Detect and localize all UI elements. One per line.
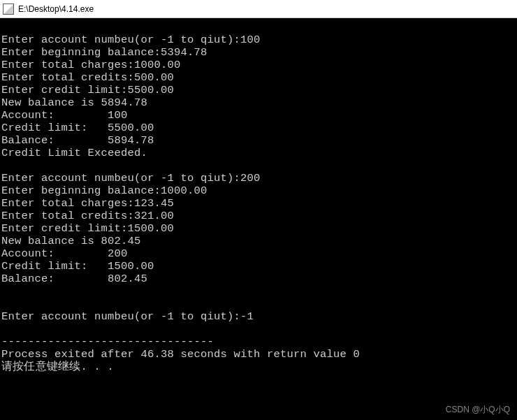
watermark: CSDN @小Q小Q (446, 404, 510, 416)
console-line: Enter total credits:500.00 (1, 71, 174, 84)
console-line: Account: 200 (1, 247, 128, 260)
console-line: Enter total charges:1000.00 (1, 59, 181, 71)
window-title: E:\Desktop\4.14.exe (18, 4, 94, 14)
console-line: Enter total credits:321.00 (1, 210, 174, 222)
console-line: New balance is 5894.78 (1, 96, 147, 109)
console-line: Enter beginning balance:1000.00 (1, 184, 207, 197)
window-titlebar: E:\Desktop\4.14.exe (0, 0, 517, 18)
console-line: 请按任意键继续. . . (1, 361, 114, 373)
console-output[interactable]: Enter account numbeu(or -1 to qiut):100 … (0, 18, 517, 376)
console-line: Enter account numbeu(or -1 to qiut):-1 (1, 310, 254, 323)
console-line: Enter total charges:123.45 (1, 197, 174, 210)
console-line: Process exited after 46.38 seconds with … (1, 348, 360, 361)
console-line: -------------------------------- (1, 335, 214, 348)
console-line: Enter credit limit:1500.00 (1, 222, 174, 235)
console-line: Balance: 802.45 (1, 273, 147, 285)
console-line: Credit Limit Exceeded. (1, 147, 147, 159)
console-line: Credit limit: 1500.00 (1, 260, 154, 273)
console-line: Balance: 5894.78 (1, 134, 154, 147)
console-line: Credit limit: 5500.00 (1, 122, 154, 134)
console-line: Enter account numbeu(or -1 to qiut):200 (1, 172, 261, 184)
console-line: Enter beginning balance:5394.78 (1, 46, 207, 59)
console-line: Account: 100 (1, 109, 128, 122)
console-line: Enter account numbeu(or -1 to qiut):100 (1, 34, 261, 46)
console-line: New balance is 802.45 (1, 235, 141, 247)
app-icon (3, 3, 14, 15)
console-line: Enter credit limit:5500.00 (1, 84, 174, 96)
